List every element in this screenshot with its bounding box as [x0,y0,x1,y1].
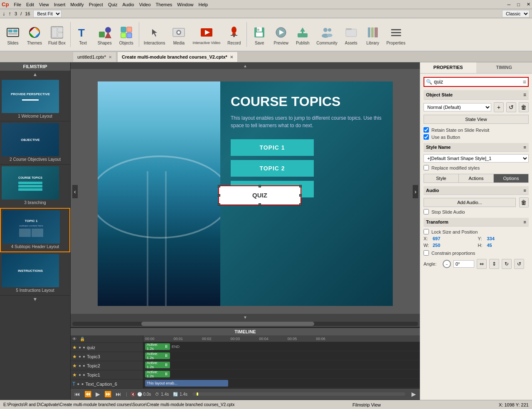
replace-modified-checkbox[interactable] [424,165,429,170]
tl-goto-end[interactable]: ⏭ [114,390,123,398]
menu-project[interactable]: Project [89,2,103,7]
handle-bl[interactable] [218,203,220,206]
tl-star-topic2[interactable]: ★ [72,363,77,369]
angle-circle[interactable]: – [443,260,451,268]
tab-create-multi[interactable]: Create multi-module branched courses_V2.… [117,52,238,62]
window-close[interactable]: ✕ [527,2,530,7]
delete-state-btn[interactable]: 🗑 [519,102,529,112]
toolbar-slides[interactable]: Slides [2,20,23,49]
tl-lock-quiz[interactable]: ● [83,345,85,350]
state-dropdown[interactable]: Normal (Default) [424,103,491,111]
filmstrip-scroll-up[interactable]: ▲ [0,71,70,78]
tl-bar-text-caption[interactable]: This layout enab... [145,380,228,387]
add-audio-button[interactable]: Add Audio... [424,198,516,207]
toolbar-objects[interactable]: Objects [116,20,137,49]
menu-themes[interactable]: Themes [156,2,172,7]
menu-file[interactable]: File [14,2,21,7]
toolbar-library[interactable]: Library [362,20,383,49]
tl-bar-topic2[interactable]: Active: 1.2s ⏸ [145,362,170,368]
handle-tr[interactable] [299,185,302,187]
handle-ml[interactable] [218,194,220,197]
tl-eye-topic2[interactable]: ● [79,363,81,368]
toolbar-community[interactable]: Community [314,20,340,49]
toolbar-properties[interactable]: Properties [384,20,408,49]
canvas-scroll-down[interactable]: ▼ [71,314,420,320]
topic-2-button[interactable]: TOPIC 2 [231,160,314,177]
delete-audio-btn[interactable]: 🗑 [519,197,529,207]
filmstrip-item-2[interactable]: OBJECTIVE 2 Course Objectives Layout [0,121,70,165]
tl-eye-quiz[interactable]: ● [79,345,81,350]
style-dropdown[interactable]: +[Default Smart Shape Style]_1 [424,154,529,163]
tab-untitled1[interactable]: untitled1.cptx* ✕ [73,52,116,62]
tl-goto-start[interactable]: ⏮ [73,390,81,398]
tl-eye-topic3[interactable]: ● [79,354,81,359]
menu-edit[interactable]: Edit [26,2,34,7]
tl-playhead[interactable] [197,392,198,396]
tl-scrubber[interactable] [192,392,405,396]
toolbar-assets[interactable]: Assets [341,20,362,49]
menu-insert[interactable]: Insert [54,2,66,7]
transform-menu[interactable]: ≡ [524,219,526,224]
filmstrip-item-5[interactable]: INSTRUCTIONS 5 Instructions Layout [0,252,70,296]
tl-eye-topic1[interactable]: ● [79,372,81,377]
menu-audio[interactable]: Audio [123,2,134,7]
canvas-scroll-up[interactable]: ▲ [71,62,420,69]
menu-window[interactable]: Window [177,2,193,7]
toolbar-themes[interactable]: Themes [24,20,45,49]
lock-size-checkbox[interactable] [424,229,429,234]
tl-step-fwd[interactable]: ⏩ [103,390,113,398]
x-value[interactable]: 697 [433,236,440,241]
handle-br[interactable] [299,203,302,206]
tab-timing[interactable]: TIMING [476,62,532,73]
flip-horizontal-btn[interactable]: ⇔ [477,259,487,269]
nav-forward[interactable]: ↑ [9,10,12,17]
style-name-menu[interactable]: ≡ [524,145,526,150]
tl-bar-quiz[interactable]: Active: 1.2s ⏸ [145,343,170,350]
tl-scroll-right[interactable]: ▶ [410,390,417,398]
y-value[interactable]: 334 [487,236,495,241]
tl-mute[interactable]: 🔇 [131,392,135,397]
canvas-hscroll[interactable] [71,320,420,327]
fit-dropdown[interactable]: Best Fit [33,10,62,17]
tl-eye-header[interactable]: 👁 [72,337,76,341]
style-tab-actions[interactable]: Actions [459,174,494,182]
h-value[interactable]: 45 [487,243,492,248]
menu-help[interactable]: Help [198,2,208,7]
toolbar-shapes[interactable]: Shapes [94,20,115,49]
handle-bm[interactable] [259,203,261,206]
window-minimize[interactable]: ─ [507,2,511,7]
tl-star-quiz[interactable]: ★ [72,345,77,350]
theme-dropdown[interactable]: Classic [502,10,530,17]
tab-close-untitled1[interactable]: ✕ [108,55,112,59]
stop-slide-audio-checkbox[interactable] [424,209,429,214]
object-state-menu[interactable]: ≡ [523,92,526,98]
filmstrip-item-3[interactable]: COURSE TOPICS 3 branching [0,165,70,208]
tl-lock-topic2[interactable]: ● [83,363,85,368]
w-value[interactable]: 250 [433,243,440,248]
tl-lock-text-caption[interactable]: ● [81,382,84,386]
toolbar-preview[interactable]: Preview [271,20,291,49]
tl-lock-header[interactable]: 🔒 [80,337,85,341]
nav-back[interactable]: ↓ [2,10,5,17]
toolbar-save[interactable]: Save [249,20,270,49]
refresh-state-btn[interactable]: ↺ [506,102,516,112]
constrain-checkbox[interactable] [424,250,429,256]
angle-input[interactable] [453,260,474,268]
flip-vertical-btn[interactable]: ⇕ [489,259,499,269]
tl-play[interactable]: ▶ [94,390,101,398]
toolbar-publish[interactable]: Publish [292,20,313,49]
use-as-button-checkbox[interactable] [424,134,429,140]
tl-star-topic3[interactable]: ★ [72,354,77,360]
tl-lock-topic1[interactable]: ● [83,372,85,377]
filmstrip-scroll-down[interactable]: ▼ [0,296,70,303]
style-tab-options[interactable]: Options [494,174,528,182]
toolbar-text[interactable]: T Text [73,20,94,49]
toolbar-interactions[interactable]: Interactions [141,20,168,49]
state-view-button[interactable]: State View [424,115,529,124]
tl-eye-text-caption[interactable]: ● [77,382,79,386]
rotate-ccw-btn[interactable]: ↺ [514,259,524,269]
menu-video[interactable]: Video [139,2,151,7]
menu-view[interactable]: View [39,2,49,7]
menu-quiz[interactable]: Quiz [108,2,118,7]
tl-lock-topic3[interactable]: ● [83,354,85,359]
